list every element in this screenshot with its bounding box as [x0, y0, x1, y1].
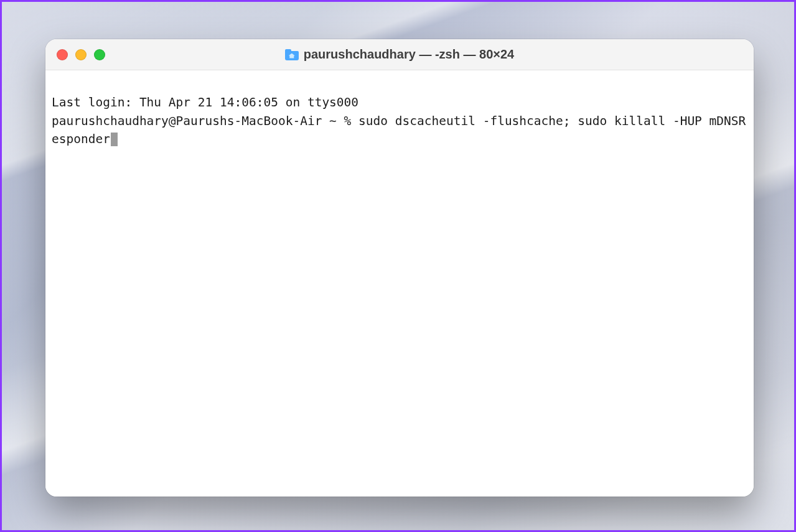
- window-title: paurushchaudhary — -zsh — 80×24: [304, 47, 514, 62]
- home-folder-icon: [285, 49, 299, 60]
- prompt-and-command-text: paurushchaudhary@Paurushs-MacBook-Air ~ …: [52, 114, 746, 146]
- last-login-line: Last login: Thu Apr 21 14:06:05 on ttys0…: [52, 93, 747, 111]
- text-cursor: [111, 133, 118, 146]
- terminal-window: paurushchaudhary — -zsh — 80×24 Last log…: [45, 39, 754, 497]
- titlebar[interactable]: paurushchaudhary — -zsh — 80×24: [45, 39, 754, 70]
- close-button[interactable]: [57, 49, 68, 60]
- traffic-lights: [57, 49, 105, 60]
- title-center: paurushchaudhary — -zsh — 80×24: [285, 47, 514, 62]
- prompt-command-line: paurushchaudhary@Paurushs-MacBook-Air ~ …: [52, 112, 747, 149]
- minimize-button[interactable]: [75, 49, 87, 60]
- maximize-button[interactable]: [94, 49, 105, 60]
- terminal-body[interactable]: Last login: Thu Apr 21 14:06:05 on ttys0…: [45, 70, 754, 497]
